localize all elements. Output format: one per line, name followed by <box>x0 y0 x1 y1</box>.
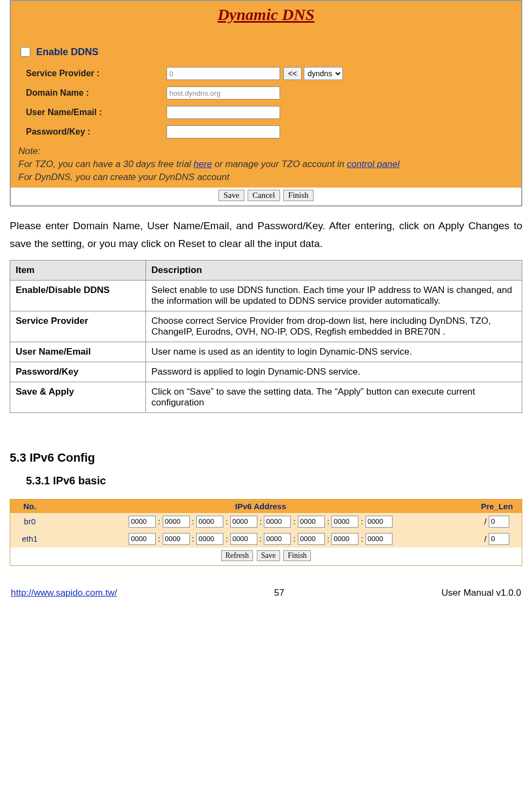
note-line2: For DynDNS, you can create your DynDNS a… <box>18 172 229 182</box>
iface-cell: eth1 <box>10 530 49 548</box>
finish-button[interactable]: Finish <box>283 190 314 201</box>
ipv6-seg-input[interactable] <box>264 533 291 545</box>
table-row: User Name/EmailUser name is used as an i… <box>10 342 522 362</box>
ipv6-seg-input[interactable] <box>331 516 358 528</box>
ipv6-seg-input[interactable] <box>196 516 223 528</box>
footer-version: User Manual v1.0.0 <box>442 588 521 598</box>
ipv6-finish-button[interactable]: Finish <box>283 550 311 561</box>
ipv6-seg-input[interactable] <box>163 516 190 528</box>
addr-cell: : : : : : : : <box>49 513 472 530</box>
ipv6-save-button[interactable]: Save <box>257 550 280 561</box>
enable-ddns-checkbox[interactable] <box>21 47 30 57</box>
ipv6-row: br0 : : : : : : : / <box>10 513 522 530</box>
ipv6-seg-input[interactable] <box>365 533 393 545</box>
ipv6-seg-input[interactable] <box>230 516 257 528</box>
note-line1b: or manage your TZO account in <box>212 159 347 169</box>
table-row: Service ProviderChoose correct Service P… <box>10 311 522 342</box>
ipv6-seg-input[interactable] <box>129 533 156 545</box>
ipv6-seg-input[interactable] <box>129 516 156 528</box>
ipv6-seg-input[interactable] <box>331 533 358 545</box>
note-here-link[interactable]: here <box>194 159 212 169</box>
button-row: Save Cancel Finish <box>11 188 521 205</box>
ipv6-seg-input[interactable] <box>365 516 393 528</box>
ipv6-row: eth1 : : : : : : : / <box>10 530 522 548</box>
table-row: Password/KeyPassword is applied to login… <box>10 362 522 382</box>
ipv6-seg-input[interactable] <box>196 533 223 545</box>
ipv6-seg-input[interactable] <box>163 533 190 545</box>
th-item: Item <box>10 260 146 280</box>
panel-body: Enable DDNS Service Provider : << dyndns… <box>11 40 521 188</box>
password-input[interactable] <box>167 125 280 138</box>
iface-cell: br0 <box>10 513 49 530</box>
note-control-panel-link[interactable]: control panel <box>347 159 400 169</box>
page-title: Dynamic DNS <box>11 5 521 24</box>
user-name-label: User Name/Email : <box>26 108 167 117</box>
ipv6-seg-input[interactable] <box>264 516 291 528</box>
note-line1a: For TZO, you can have a 30 days free tri… <box>18 159 194 169</box>
enable-ddns-label: Enable DDNS <box>36 46 98 58</box>
ipv6-table: No. IPv6 Address Pre_Len br0 : : : : : :… <box>10 499 522 548</box>
intro-paragraph: Please enter Domain Name, User Name/Emai… <box>10 217 522 252</box>
table-row: Enable/Disable DDNSSelect enable to use … <box>10 280 522 311</box>
ddns-panel: Dynamic DNS Enable DDNS Service Provider… <box>10 0 522 207</box>
section-5-3: 5.3 IPv6 Config <box>10 451 522 465</box>
page-number: 57 <box>274 588 284 598</box>
cancel-button[interactable]: Cancel <box>248 190 280 201</box>
th-desc: Description <box>146 260 522 280</box>
ipv6-seg-input[interactable] <box>298 516 325 528</box>
ipv6-seg-input[interactable] <box>298 533 325 545</box>
user-name-input[interactable] <box>167 106 280 119</box>
password-label: Password/Key : <box>26 127 167 137</box>
panel-header: Dynamic DNS <box>11 1 521 40</box>
addr-cell: : : : : : : : <box>49 530 472 548</box>
save-button[interactable]: Save <box>218 190 244 201</box>
domain-name-label: Domain Name : <box>26 88 167 98</box>
prefix-len-input[interactable] <box>489 516 509 528</box>
service-provider-input[interactable] <box>167 67 280 80</box>
ipv6-panel: No. IPv6 Address Pre_Len br0 : : : : : :… <box>10 499 522 566</box>
th-prelen: Pre_Len <box>472 499 522 513</box>
ipv6-seg-input[interactable] <box>230 533 257 545</box>
len-cell: / <box>472 513 522 530</box>
section-5-3-1: 5.3.1 IPv6 basic <box>26 475 522 487</box>
len-cell: / <box>472 530 522 548</box>
footer-url[interactable]: http://www.sapido.com.tw/ <box>11 588 117 598</box>
note-block: Note: For TZO, you can have a 30 days fr… <box>18 145 514 183</box>
note-label: Note: <box>18 146 41 156</box>
refresh-button[interactable]: Refresh <box>221 550 254 561</box>
domain-name-input[interactable] <box>167 86 280 99</box>
description-table: Item Description Enable/Disable DDNSSele… <box>10 260 522 413</box>
footer: http://www.sapido.com.tw/ 57 User Manual… <box>10 588 522 598</box>
prefix-len-input[interactable] <box>489 533 509 545</box>
service-provider-select[interactable]: dyndns <box>304 67 343 80</box>
copy-back-button[interactable]: << <box>283 67 302 80</box>
th-no: No. <box>10 499 49 513</box>
service-provider-label: Service Provider : <box>26 69 167 78</box>
th-address: IPv6 Address <box>49 499 472 513</box>
table-row: Save & ApplyClick on “Save” to save the … <box>10 382 522 412</box>
ipv6-button-row: Refresh Save Finish <box>10 548 522 565</box>
